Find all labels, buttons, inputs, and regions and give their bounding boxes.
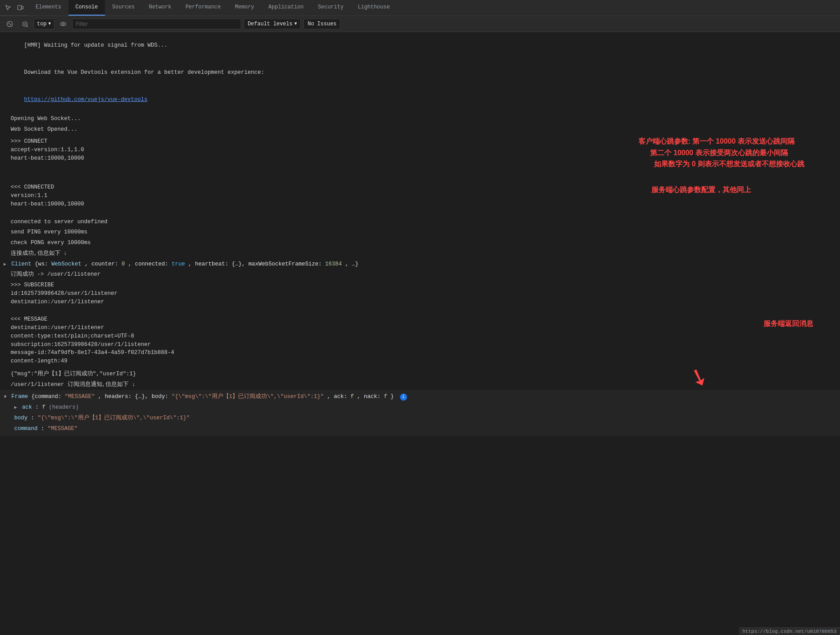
console-line: connected to server undefined — [0, 217, 840, 228]
filter-input[interactable] — [72, 19, 241, 29]
frame-body: body : "{\"msg\":\"用户【1】已订阅成功\",\"userId… — [0, 413, 840, 424]
console-line — [0, 210, 840, 217]
clear-console-icon[interactable] — [4, 18, 16, 30]
console-line — [0, 164, 840, 183]
chevron-down-icon: ▼ — [48, 21, 51, 26]
tab-sources[interactable]: Sources — [105, 0, 141, 16]
context-selector[interactable]: top ▼ — [34, 19, 54, 29]
frame-ack[interactable]: ▶ ack : f (headers) — [0, 402, 840, 413]
devtools-icons — [0, 0, 28, 16]
console-line: {"msg":"用户【1】已订阅成功","userId":1} — [0, 369, 840, 380]
console-line: [HMR] Waiting for update signal from WDS… — [0, 32, 840, 59]
expand-icon: ▶ — [2, 396, 8, 398]
tab-network[interactable]: Network — [141, 0, 178, 16]
console-line: /user/1/listener 订阅消息通知,信息如下 ↓ — [0, 380, 840, 390]
tab-memory[interactable]: Memory — [228, 0, 261, 16]
console-line: 订阅成功 -> /user/1/listener — [0, 269, 840, 280]
connect-section: >>> CONNECT accept-version:1.1,1.0 heart… — [0, 135, 840, 164]
console-line: <<< MESSAGE destination:/user/1/listener… — [0, 314, 840, 367]
tab-console[interactable]: Console — [69, 0, 105, 16]
tab-application[interactable]: Application — [261, 0, 311, 16]
expand-icon: ▶ — [14, 404, 17, 411]
tab-lighthouse[interactable]: Lighthouse — [351, 0, 397, 16]
svg-rect-0 — [18, 5, 21, 10]
issues-button[interactable]: No Issues — [303, 19, 340, 29]
devtools-tab-bar: Elements Console Sources Network Perform… — [0, 0, 840, 16]
console-line: check PONG every 10000ms — [0, 238, 840, 249]
filter-icon[interactable] — [19, 18, 31, 30]
tab-security[interactable]: Security — [311, 0, 351, 16]
svg-line-6 — [27, 25, 28, 27]
console-line — [0, 307, 840, 314]
tab-elements[interactable]: Elements — [28, 0, 69, 16]
svg-point-7 — [61, 22, 66, 26]
client-object[interactable]: ▶ Client {ws: WebSocket , counter: 0 , c… — [0, 259, 840, 270]
expand-icon: ▶ — [4, 261, 6, 268]
console-line: Opening Web Socket... — [0, 114, 840, 125]
svg-line-3 — [8, 23, 11, 25]
console-output: [HMR] Waiting for update signal from WDS… — [0, 32, 840, 635]
console-line: >>> CONNECT accept-version:1.1,1.0 heart… — [0, 135, 840, 164]
svg-point-4 — [24, 23, 26, 24]
devtools-link[interactable]: https://github.com/vuejs/vue-devtools — [24, 96, 148, 103]
info-icon: i — [400, 394, 407, 401]
console-line: >>> SUBSCRIBE id:1625739986428/user/1/li… — [0, 280, 840, 307]
console-line: Download the Vue Devtools extension for … — [0, 59, 840, 86]
frame-object[interactable]: ▶ Frame {command: "MESSAGE" , headers: {… — [0, 392, 840, 402]
console-toolbar: top ▼ Default levels ▼ No Issues — [0, 16, 840, 32]
svg-rect-1 — [21, 6, 23, 9]
console-line: https://github.com/vuejs/vue-devtools — [0, 87, 840, 114]
frame-command: command : "MESSAGE" — [0, 424, 840, 434]
device-icon[interactable] — [14, 1, 27, 14]
eye-icon[interactable] — [57, 18, 69, 30]
log-level-selector[interactable]: Default levels ▼ — [244, 19, 301, 29]
console-line: Web Socket Opened... — [0, 125, 840, 135]
svg-point-8 — [62, 23, 64, 25]
console-line: <<< CONNECTED version:1.1 heart-beat:100… — [0, 182, 840, 209]
console-line: send PING every 10000ms — [0, 227, 840, 238]
tab-performance[interactable]: Performance — [178, 0, 228, 16]
frame-section: ▶ Frame {command: "MESSAGE" , headers: {… — [0, 390, 840, 436]
connected-section: <<< CONNECTED version:1.1 heart-beat:100… — [0, 182, 840, 209]
message-section: <<< MESSAGE destination:/user/1/listener… — [0, 314, 840, 367]
chevron-down-icon: ▼ — [294, 21, 297, 26]
inspect-icon[interactable] — [2, 1, 14, 14]
console-line: 连接成功,信息如下 ↓ — [0, 249, 840, 259]
bottom-bar: https://blog.csdn.net/u010786653 — [739, 627, 840, 635]
